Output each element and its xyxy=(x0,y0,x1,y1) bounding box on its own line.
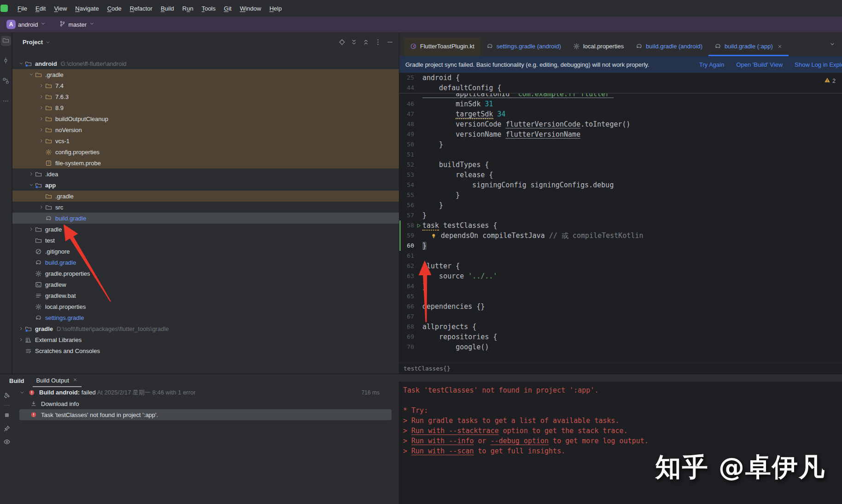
code-line-69[interactable]: 69 repositories { xyxy=(399,332,842,342)
menu-item-run[interactable]: Run xyxy=(178,4,198,13)
stop-icon[interactable] xyxy=(3,411,11,419)
code-line-46[interactable]: 46 minSdk 31 xyxy=(399,99,842,109)
code-line-67[interactable]: 67 xyxy=(399,312,842,322)
tree-item-noversion[interactable]: noVersion xyxy=(12,124,399,135)
code-line-53[interactable]: 53 release { xyxy=(399,170,842,180)
menu-item-view[interactable]: View xyxy=(50,4,71,13)
menu-item-tools[interactable]: Tools xyxy=(198,4,220,13)
tree-item-.gitignore[interactable]: .gitignore xyxy=(12,246,399,257)
console-link[interactable]: Run with --stacktrace xyxy=(411,427,499,435)
code-line-49[interactable]: 49 versionName flutterVersionName xyxy=(399,129,842,139)
menu-item-refactor[interactable]: Refactor xyxy=(126,4,157,13)
inspections-widget[interactable]: 2 xyxy=(824,77,836,85)
collapse-all-icon[interactable] xyxy=(363,39,369,46)
tree-item-gradlew[interactable]: gradlew xyxy=(12,279,399,290)
commit-tool-button[interactable] xyxy=(1,56,11,66)
menu-item-file[interactable]: File xyxy=(13,4,31,13)
close-icon[interactable] xyxy=(72,377,78,384)
breadcrumb[interactable]: testClasses{} xyxy=(399,363,842,374)
console-link[interactable]: Run with --info xyxy=(411,437,474,445)
tree-item-local.properties[interactable]: local.properties xyxy=(12,301,399,312)
code-line-57[interactable]: 57} xyxy=(399,210,842,220)
tree-item-build.gradle[interactable]: build.gradle xyxy=(12,213,399,224)
code-line-61[interactable]: 61 xyxy=(399,251,842,261)
tree-item-7.6.3[interactable]: 7.6.3 xyxy=(12,91,399,102)
tree-item-scratches-and-consoles[interactable]: Scratches and Consoles xyxy=(12,345,399,356)
menu-item-build[interactable]: Build xyxy=(157,4,178,13)
expand-all-icon[interactable] xyxy=(351,39,357,46)
tree-item-.idea[interactable]: .idea xyxy=(12,168,399,180)
code-line-70[interactable]: 70 google() xyxy=(399,342,842,352)
chevron-down-icon[interactable] xyxy=(45,40,51,45)
pin-icon[interactable] xyxy=(3,425,11,432)
tree-item-.gradle[interactable]: .gradle xyxy=(12,191,399,202)
bulb-icon[interactable] xyxy=(431,233,437,239)
code-line-63[interactable]: 63 source '../..' xyxy=(399,271,842,281)
build-console[interactable]: Task 'testClasses' not found in project … xyxy=(399,382,842,504)
menu-item-window[interactable]: Window xyxy=(236,4,265,13)
code-line-66[interactable]: 66dependencies {} xyxy=(399,301,842,312)
code-line-51[interactable]: 51 xyxy=(399,150,842,160)
build-tree-row[interactable]: Build android: failed At 2025/2/17 星期一 8… xyxy=(14,387,399,398)
hide-icon[interactable] xyxy=(386,39,393,46)
code-line-25[interactable]: 25android { xyxy=(399,73,842,83)
preview-icon[interactable] xyxy=(3,438,11,446)
hidden-tabs-chevron-icon[interactable] xyxy=(829,41,836,47)
code-line-50[interactable]: 50 } xyxy=(399,139,842,150)
code-line-62[interactable]: 62flutter { xyxy=(399,261,842,271)
editor-tab-build.gradle-app-[interactable]: build.gradle (:app) xyxy=(708,38,789,56)
code-line-clipped[interactable]: applicationId "com.example.ff_flutter" xyxy=(399,93,842,99)
close-icon[interactable] xyxy=(777,44,783,49)
tree-item-gradle[interactable]: gradle xyxy=(12,224,399,235)
tab-close-button[interactable] xyxy=(777,44,783,49)
editor-tab-build.gradle-android-[interactable]: build.gradle (android) xyxy=(630,38,708,56)
project-tool-button[interactable] xyxy=(1,36,11,46)
tree-item-gradlew.bat[interactable]: gradlew.bat xyxy=(12,290,399,301)
code-line-65[interactable]: 65 xyxy=(399,291,842,301)
editor-tab-local.properties[interactable]: local.properties xyxy=(567,38,630,56)
tree-item-8.9[interactable]: 8.9 xyxy=(12,102,399,113)
tree-item-gradle.properties[interactable]: gradle.properties xyxy=(12,268,399,279)
code-line-56[interactable]: 56 } xyxy=(399,200,842,210)
code-line-48[interactable]: 48 versionCode flutterVersionCode.toInte… xyxy=(399,119,842,129)
options-icon[interactable] xyxy=(374,39,381,46)
menu-item-help[interactable]: Help xyxy=(265,4,286,13)
tree-item-vcs-1[interactable]: vcs-1 xyxy=(12,135,399,146)
console-link[interactable]: Run with --scan xyxy=(411,447,474,455)
build-icon[interactable] xyxy=(3,392,11,399)
banner-action-show-log-in-explorer[interactable]: Show Log in Explorer xyxy=(795,61,842,68)
menu-item-navigate[interactable]: Navigate xyxy=(71,4,103,13)
editor-tab-fluttertoastplugin.kt[interactable]: FlutterToastPlugin.kt xyxy=(404,38,480,56)
tree-item-build.gradle[interactable]: build.gradle xyxy=(12,257,399,268)
build-tree-row[interactable]: Download info xyxy=(14,398,399,409)
tree-item-android[interactable]: androidG:\clone\ff-flutter\android xyxy=(12,58,399,69)
tree-item-gradle[interactable]: gradleD:\soft\flutter\packages\flutter_t… xyxy=(12,323,399,334)
tree-item-external-libraries[interactable]: External Libraries xyxy=(12,334,399,345)
menu-item-git[interactable]: Git xyxy=(220,4,236,13)
code-line-52[interactable]: 52 buildTypes { xyxy=(399,160,842,170)
code-line-64[interactable]: 64} xyxy=(399,281,842,291)
build-panel-title[interactable]: Build xyxy=(9,377,24,384)
code-line-44[interactable]: 44 defaultConfig { xyxy=(399,83,842,93)
tree-item-.gradle[interactable]: .gradle xyxy=(12,69,399,80)
code-line-47[interactable]: 47 targetSdk 34 xyxy=(399,109,842,119)
banner-action-try-again[interactable]: Try Again xyxy=(699,61,724,68)
structure-tool-button[interactable] xyxy=(1,76,11,87)
tree-item-buildoutputcleanup[interactable]: buildOutputCleanup xyxy=(12,113,399,124)
code-line-58[interactable]: 58task testClasses { xyxy=(399,220,842,231)
run-icon[interactable] xyxy=(415,223,421,229)
tree-item-test[interactable]: test xyxy=(12,235,399,246)
code-line-68[interactable]: 68allprojects { xyxy=(399,322,842,332)
menu-item-edit[interactable]: Edit xyxy=(31,4,50,13)
more-tools-button[interactable] xyxy=(1,97,11,107)
code-line-54[interactable]: 54 signingConfig signingConfigs.debug xyxy=(399,180,842,190)
banner-action-open-build-view[interactable]: Open 'Build' View xyxy=(736,61,783,68)
code-line-59[interactable]: 59 dependsOn compileTestJava // 或 compil… xyxy=(399,231,842,241)
tab-build-output[interactable]: Build Output xyxy=(33,374,82,387)
build-tree-row[interactable]: Task 'testClasses' not found in project … xyxy=(19,409,392,420)
editor-tab-settings.gradle-android-[interactable]: settings.gradle (android) xyxy=(480,38,567,56)
tree-item-src[interactable]: src xyxy=(12,202,399,213)
chevron-down-icon[interactable] xyxy=(19,390,25,395)
console-link[interactable]: --debug option xyxy=(491,437,549,445)
vcs-branch-widget[interactable]: master xyxy=(56,20,98,29)
